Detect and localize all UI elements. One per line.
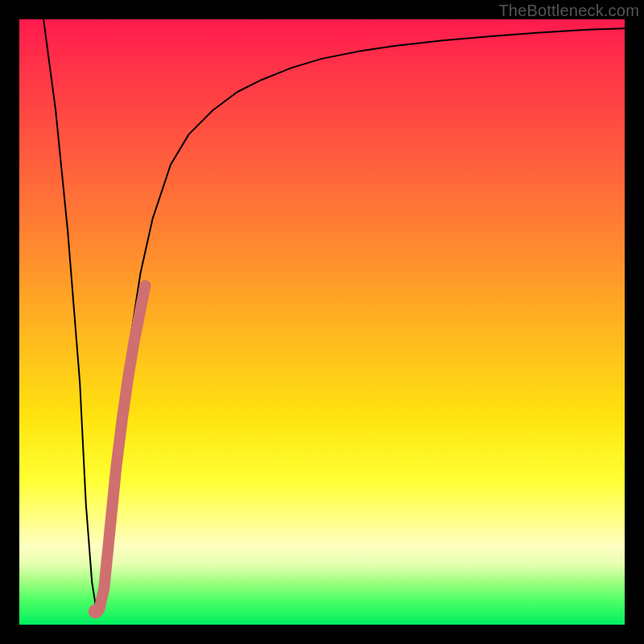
plot-area [19,19,625,625]
black-curve [43,19,625,613]
chart-frame: TheBottleneck.com [0,0,644,644]
pink-dot [89,604,103,618]
chart-svg [19,19,625,625]
watermark-text: TheBottleneck.com [498,2,639,20]
pink-stroke [99,286,145,609]
